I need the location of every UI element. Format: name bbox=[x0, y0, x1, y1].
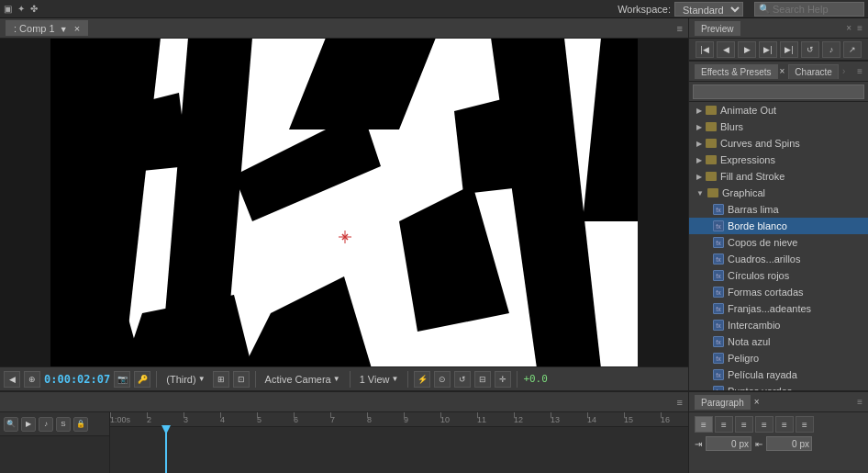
right-panel: Preview × ≡ |◀ ◀ ▶ ▶| ▶| ↺ ♪ ↗ bbox=[688, 18, 868, 473]
prev-step-back[interactable]: ◀ bbox=[717, 41, 735, 58]
tl-video-icon[interactable]: ▶ bbox=[21, 417, 36, 432]
effect-label-intercambio: Intercambio bbox=[728, 320, 780, 331]
effect-item-pelicula[interactable]: fx Película rayada bbox=[689, 366, 868, 383]
effect-item-borde[interactable]: fx Borde blanco bbox=[689, 218, 868, 234]
green-num: +0.0 bbox=[523, 373, 548, 385]
paragraph-panel: Paragraph × ≡ ≡ ≡ ≡ ≡ ≡ ≡ ⇥ ⇤ bbox=[689, 390, 868, 473]
preview-menu[interactable]: ≡ bbox=[857, 23, 862, 33]
vt-target-icon[interactable]: ⊕ bbox=[24, 371, 40, 388]
search-box[interactable]: 🔍 bbox=[754, 2, 864, 17]
vt-snap-icon[interactable]: ⊙ bbox=[434, 371, 451, 388]
effect-item-barras[interactable]: fx Barras lima bbox=[689, 201, 868, 218]
character-tab[interactable]: Characte bbox=[788, 64, 839, 79]
effects-search[interactable] bbox=[689, 82, 868, 102]
folder-label-curves: Curves and Spins bbox=[720, 138, 800, 149]
prev-audio[interactable]: ♪ bbox=[822, 41, 840, 58]
folder-fill-stroke[interactable]: ▶ Fill and Stroke bbox=[689, 168, 868, 185]
comp-panel-options[interactable]: ≡ bbox=[677, 23, 683, 34]
vt-move-icon[interactable]: ✛ bbox=[495, 371, 511, 388]
prev-loop[interactable]: ↺ bbox=[801, 41, 819, 58]
effect-item-cuadros[interactable]: fx Cuadros...arillos bbox=[689, 251, 868, 267]
folder-curves-spins[interactable]: ▶ Curves and Spins bbox=[689, 135, 868, 152]
effect-item-nota[interactable]: fx Nota azul bbox=[689, 333, 868, 350]
tl-lock-icon[interactable]: 🔒 bbox=[73, 417, 88, 432]
vt-view-select[interactable]: 1 View ▼ bbox=[356, 372, 403, 387]
align-justify-right-btn[interactable]: ≡ bbox=[796, 416, 814, 433]
file-icon-formas: fx bbox=[713, 287, 724, 298]
comp-tab-close[interactable]: × bbox=[74, 23, 80, 34]
effect-item-copos[interactable]: fx Copos de nieve bbox=[689, 234, 868, 251]
prev-export[interactable]: ↗ bbox=[843, 41, 862, 58]
vt-divider5 bbox=[517, 371, 517, 388]
paragraph-align-row: ≡ ≡ ≡ ≡ ≡ ≡ bbox=[695, 416, 862, 433]
ruler-mark-15: 15 bbox=[624, 412, 633, 426]
preview-close[interactable]: × bbox=[846, 23, 851, 33]
vt-camera-select[interactable]: Active Camera ▼ bbox=[262, 372, 344, 387]
paragraph-tab[interactable]: Paragraph bbox=[695, 395, 751, 410]
file-icon-intercambio: fx bbox=[713, 320, 724, 331]
character-tab-divider: › bbox=[842, 66, 845, 76]
effect-item-intercambio[interactable]: fx Intercambio bbox=[689, 317, 868, 333]
effect-item-puntos[interactable]: fx Puntos verdes bbox=[689, 383, 868, 390]
effects-tab-close[interactable]: × bbox=[780, 66, 785, 76]
prev-skip-end[interactable]: ▶| bbox=[780, 41, 798, 58]
effect-item-circulos[interactable]: fx Círculos rojos bbox=[689, 267, 868, 284]
vt-fast-icon[interactable]: ⚡ bbox=[414, 371, 430, 388]
file-icon-circulos: fx bbox=[713, 270, 724, 281]
paragraph-close-icon[interactable]: × bbox=[754, 397, 760, 407]
align-justify-btn[interactable]: ≡ bbox=[755, 416, 773, 433]
indent-right-input[interactable] bbox=[766, 436, 812, 451]
comp-tab[interactable]: : Comp 1 ▼ × bbox=[6, 20, 88, 36]
effect-item-peligro[interactable]: fx Peligro bbox=[689, 350, 868, 366]
align-left-btn[interactable]: ≡ bbox=[695, 416, 713, 433]
playhead-handle[interactable] bbox=[161, 425, 171, 434]
effects-search-input[interactable] bbox=[693, 84, 864, 99]
folder-graphical[interactable]: ▼ Graphical bbox=[689, 185, 868, 201]
effect-label-peligro: Peligro bbox=[728, 353, 759, 364]
tl-solo-icon[interactable]: S bbox=[56, 417, 71, 432]
prev-play[interactable]: ▶ bbox=[738, 41, 756, 58]
prev-step-fwd[interactable]: ▶| bbox=[759, 41, 777, 58]
preview-close-icon[interactable]: × bbox=[846, 23, 851, 33]
effect-item-formas[interactable]: fx Formas cortadas bbox=[689, 284, 868, 300]
comp-tab-dropdown[interactable]: ▼ bbox=[60, 25, 68, 34]
ruler-mark-0: 1:00s bbox=[110, 412, 130, 426]
effect-label-copos: Copos de nieve bbox=[728, 237, 797, 248]
prev-skip-start[interactable]: |◀ bbox=[696, 41, 714, 58]
folder-arrow-animate-out: ▶ bbox=[696, 107, 702, 115]
align-justify-center-btn[interactable]: ≡ bbox=[775, 416, 794, 433]
folder-blurs[interactable]: ▶ Blurs bbox=[689, 118, 868, 135]
paragraph-menu[interactable]: ≡ bbox=[857, 397, 862, 407]
timeline-header: ≡ bbox=[0, 392, 688, 412]
align-right-btn[interactable]: ≡ bbox=[735, 416, 753, 433]
tl-audio-icon[interactable]: ♪ bbox=[39, 417, 53, 432]
ruler-mark-4: 4 bbox=[220, 412, 225, 426]
vt-region-icon[interactable]: ⊡ bbox=[233, 371, 250, 388]
vt-3d-icon[interactable]: ⊟ bbox=[474, 371, 491, 388]
character-tab-label: Characte bbox=[795, 67, 832, 77]
timeline-options[interactable]: ≡ bbox=[677, 397, 683, 408]
folder-label-animate-out: Animate Out bbox=[720, 105, 776, 116]
indent-left-input[interactable] bbox=[706, 436, 751, 451]
preview-tab[interactable]: Preview bbox=[695, 21, 740, 36]
preview-header: Preview × ≡ bbox=[689, 18, 868, 39]
folder-expressions[interactable]: ▶ Expressions bbox=[689, 152, 868, 168]
workspace-select[interactable]: Standard bbox=[674, 2, 743, 17]
folder-animate-out[interactable]: ▶ Animate Out bbox=[689, 102, 868, 118]
effects-tab[interactable]: Effects & Presets bbox=[695, 64, 778, 79]
vt-motion-icon[interactable]: ↺ bbox=[454, 371, 471, 388]
vt-key-icon[interactable]: 🔑 bbox=[134, 371, 150, 388]
effects-panel: Effects & Presets × Characte › ≡ ▶ bbox=[689, 62, 868, 390]
tl-search-icon[interactable]: 🔍 bbox=[4, 417, 18, 432]
effect-label-borde: Borde blanco bbox=[728, 220, 787, 231]
vt-quality-select[interactable]: (Third) ▼ bbox=[162, 372, 208, 387]
effects-menu[interactable]: ≡ bbox=[857, 66, 862, 76]
folder-arrow-graphical: ▼ bbox=[696, 189, 704, 197]
effect-item-franjas[interactable]: fx Franjas...adeantes bbox=[689, 300, 868, 317]
align-center-btn[interactable]: ≡ bbox=[715, 416, 733, 433]
vt-grid-icon[interactable]: ⊞ bbox=[213, 371, 229, 388]
file-icon-peligro: fx bbox=[713, 353, 724, 364]
vt-cam-icon[interactable]: 📷 bbox=[114, 371, 130, 388]
search-input[interactable] bbox=[773, 4, 864, 15]
vt-arrow-icon[interactable]: ◀ bbox=[4, 371, 20, 388]
